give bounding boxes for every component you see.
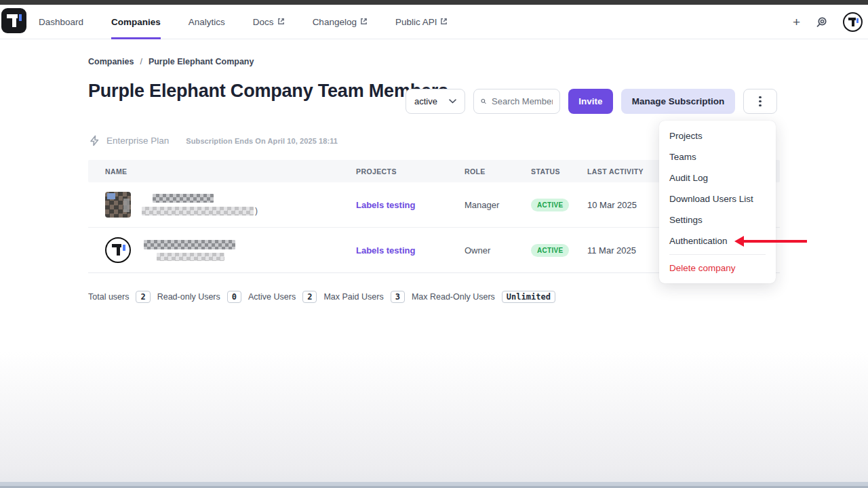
stat-label: Max Read-Only Users — [412, 292, 495, 302]
top-navbar: Dashboard Companies Analytics Docs Chang… — [0, 5, 868, 39]
redacted-name: ) — [142, 194, 258, 216]
stat-label: Max Paid Users — [323, 292, 383, 302]
add-icon[interactable]: + — [793, 16, 800, 28]
vertical-dots-icon — [759, 96, 762, 99]
breadcrumb: Companies / Purple Elephant Company — [88, 57, 254, 66]
menu-item-audit-log[interactable]: Audit Log — [659, 167, 776, 188]
member-role: Manager — [465, 200, 531, 210]
status-badge: ACTIVE — [531, 244, 569, 257]
status-filter-select[interactable]: active — [406, 89, 465, 114]
col-role: ROLE — [465, 167, 531, 176]
nav-item-changelog[interactable]: Changelog — [313, 5, 368, 39]
menu-divider — [669, 254, 766, 255]
plan-row: Enterprise Plan Subscription Ends On Apr… — [89, 135, 338, 146]
stat-value: 3 — [391, 291, 405, 303]
col-name: NAME — [105, 167, 356, 176]
search-members-field[interactable] — [473, 89, 560, 114]
nav-item-analytics[interactable]: Analytics — [189, 5, 225, 39]
project-link[interactable]: Labels testing — [356, 245, 415, 256]
header-controls: active Invite Manage Subscription — [406, 89, 777, 114]
search-members-input[interactable] — [492, 96, 553, 106]
external-link-icon — [440, 18, 448, 25]
plan-name: Enterprise Plan — [106, 136, 169, 146]
menu-item-settings[interactable]: Settings — [659, 209, 776, 230]
stat-label: Total users — [88, 292, 129, 302]
stat-label: Active Users — [248, 292, 296, 302]
brand-logo[interactable] — [1, 8, 26, 33]
redacted-name — [142, 240, 235, 261]
menu-item-teams[interactable]: Teams — [659, 146, 776, 167]
subscription-ends-text: Subscription Ends On April 10, 2025 18:1… — [186, 137, 338, 145]
avatar — [105, 192, 131, 218]
chevron-down-icon — [449, 99, 456, 104]
col-status: STATUS — [531, 167, 587, 176]
stat-label: Read-only Users — [157, 292, 220, 302]
project-link[interactable]: Labels testing — [356, 200, 415, 210]
member-name-cell — [105, 237, 356, 263]
search-icon[interactable] — [815, 16, 828, 28]
member-name-cell: ) — [105, 192, 356, 218]
avatar — [105, 237, 131, 263]
menu-item-authentication[interactable]: Authentication — [659, 230, 776, 251]
breadcrumb-companies[interactable]: Companies — [88, 57, 134, 66]
col-projects: PROJECTS — [356, 167, 465, 176]
lightning-bolt-icon — [89, 135, 100, 146]
user-stats-bar: Total users 2 Read-only Users 0 Active U… — [88, 291, 555, 303]
stat-value: 2 — [302, 291, 317, 303]
user-avatar[interactable] — [843, 12, 863, 32]
nav-item-public-api[interactable]: Public API — [395, 5, 448, 39]
navbar-right-actions: + — [793, 5, 863, 39]
breadcrumb-separator: / — [140, 57, 142, 66]
stat-value: 2 — [136, 291, 150, 303]
breadcrumb-current-company[interactable]: Purple Elephant Company — [149, 57, 254, 66]
member-role: Owner — [465, 245, 531, 256]
status-badge: ACTIVE — [531, 199, 569, 211]
external-link-icon — [360, 18, 368, 25]
manage-subscription-button[interactable]: Manage Subscription — [621, 89, 735, 114]
stat-value: Unlimited — [502, 291, 555, 303]
external-link-icon — [277, 18, 285, 25]
menu-item-projects[interactable]: Projects — [659, 125, 776, 146]
menu-item-delete-company[interactable]: Delete company — [659, 258, 776, 279]
window-top-strip — [0, 0, 868, 5]
stat-value: 0 — [227, 291, 241, 303]
nav-item-docs[interactable]: Docs — [253, 5, 285, 39]
magnifier-icon — [481, 96, 486, 106]
company-actions-menu: Projects Teams Audit Log Download Users … — [659, 121, 776, 283]
nav-item-companies[interactable]: Companies — [111, 5, 161, 39]
menu-item-download-users-list[interactable]: Download Users List — [659, 188, 776, 209]
invite-button[interactable]: Invite — [568, 89, 613, 114]
company-actions-kebab-button[interactable] — [743, 89, 777, 114]
nav-item-dashboard[interactable]: Dashboard — [39, 5, 83, 39]
nav-links: Dashboard Companies Analytics Docs Chang… — [39, 5, 448, 39]
